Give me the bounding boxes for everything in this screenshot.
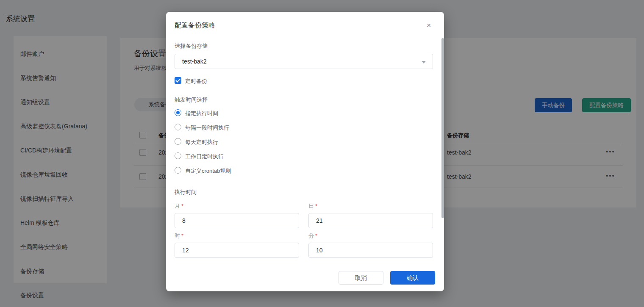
backup-storage-selected-value: test-bak2 [182, 58, 207, 65]
cancel-button[interactable]: 取消 [339, 271, 383, 285]
screen: 系统设置 邮件账户 系统告警通知 通知组设置 高级监控仪表盘(Grafana) … [0, 0, 644, 307]
radio-icon [175, 138, 181, 145]
radio-icon [175, 167, 181, 174]
chevron-down-icon [422, 61, 426, 64]
hour-input[interactable] [175, 243, 299, 258]
day-input[interactable] [308, 213, 433, 228]
required-asterisk: * [181, 232, 183, 239]
required-asterisk: * [315, 232, 317, 239]
minute-input[interactable] [308, 243, 433, 258]
backup-storage-select[interactable]: test-bak2 [175, 54, 433, 69]
required-asterisk: * [181, 203, 183, 209]
dialog-title: 配置备份策略 [175, 21, 215, 30]
close-icon[interactable]: × [424, 20, 434, 30]
day-field-label: 日* [308, 202, 317, 210]
required-asterisk: * [315, 203, 317, 209]
confirm-button[interactable]: 确认 [390, 271, 435, 285]
hour-field-label: 时* [175, 232, 183, 240]
scheduled-backup-label: 定时备份 [185, 77, 207, 85]
configure-backup-policy-dialog: 配置备份策略 × 选择备份存储 test-bak2 定时备份 触发时间选择 指定… [166, 12, 444, 291]
radio-icon [175, 152, 181, 159]
month-field-label: 月* [175, 202, 183, 210]
scheduled-backup-checkbox[interactable] [175, 77, 181, 84]
month-input[interactable] [175, 213, 299, 228]
storage-select-label: 选择备份存储 [175, 42, 208, 50]
radio-icon [175, 124, 181, 130]
minute-field-label: 分* [308, 232, 317, 240]
radio-icon [175, 109, 181, 116]
trigger-time-label: 触发时间选择 [175, 96, 208, 104]
modal-scrollbar-thumb[interactable] [441, 38, 444, 218]
exec-time-label: 执行时间 [175, 188, 197, 196]
